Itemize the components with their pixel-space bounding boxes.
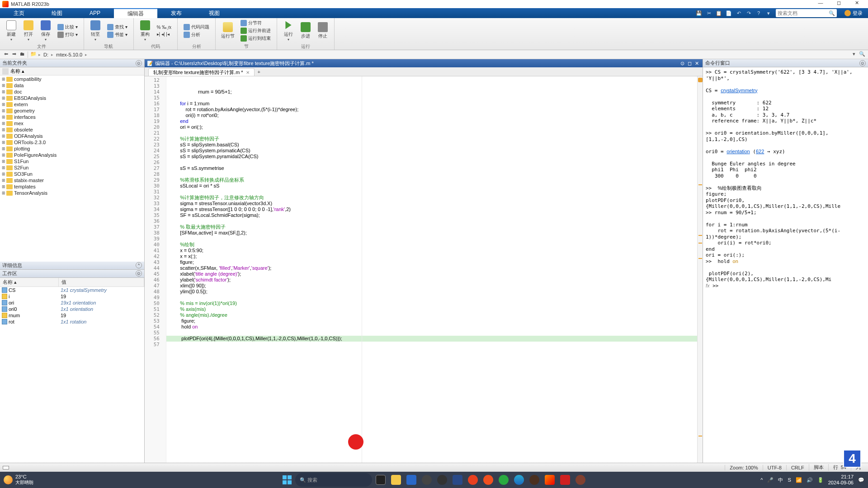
workspace-row[interactable]: i19 bbox=[0, 293, 144, 300]
qa-save-icon[interactable]: 💾 bbox=[694, 8, 704, 18]
analyze-button[interactable]: 分析 bbox=[182, 31, 211, 38]
system-tray[interactable]: ^ 🎤 中 S 📶 🔊 🔋 21:17 2024-09-06 💬 bbox=[760, 474, 864, 486]
folder-item[interactable]: ⊞templates bbox=[0, 183, 144, 190]
tab-apps[interactable]: APP bbox=[76, 8, 114, 18]
close-button[interactable]: ✕ bbox=[848, 0, 866, 8]
qa-cut-icon[interactable]: ✂ bbox=[704, 8, 714, 18]
tray-ime-icon[interactable]: 中 bbox=[778, 477, 783, 483]
folder-item[interactable]: ⊞mex bbox=[0, 120, 144, 127]
taskbar-search[interactable]: 🔍 搜索 bbox=[295, 473, 372, 487]
folder-item[interactable]: ⊞S2Fun bbox=[0, 164, 144, 171]
folder-item[interactable]: ⊞plotting bbox=[0, 145, 144, 152]
workspace-table[interactable]: 名称 ▴ 值 CS1x1 crystalSymmetryi19ori19x1 o… bbox=[0, 278, 144, 463]
addr-search-icon[interactable]: 🔍 bbox=[858, 51, 866, 58]
code-tools-2[interactable]: ▸| ◂| |◂ bbox=[156, 31, 173, 37]
start-button[interactable] bbox=[281, 474, 293, 486]
taskbar-clock[interactable]: 21:17 2024-09-06 bbox=[828, 474, 854, 486]
tab-view[interactable]: 视图 bbox=[195, 8, 233, 18]
maximize-button[interactable]: ◻ bbox=[830, 0, 848, 8]
search-icon[interactable]: 🔍 bbox=[829, 10, 835, 16]
nav-up-icon[interactable]: 🖿 bbox=[18, 51, 26, 58]
folder-item[interactable]: ⊞compatibility bbox=[0, 76, 144, 82]
sectionbreak-button[interactable]: 分节符 bbox=[239, 19, 272, 27]
tray-mic-icon[interactable]: 🎤 bbox=[767, 477, 774, 483]
currentfolder-menu-icon[interactable]: ⊙ bbox=[136, 60, 142, 66]
folder-item[interactable]: ⊞geometry bbox=[0, 108, 144, 114]
save-button[interactable]: 保存▾ bbox=[37, 19, 54, 42]
folder-item[interactable]: ⊞SO3Fun bbox=[0, 171, 144, 177]
editor-max-icon[interactable]: ◻ bbox=[686, 61, 693, 66]
wechat-icon[interactable] bbox=[497, 473, 510, 487]
tab-add-button[interactable]: + bbox=[255, 67, 264, 76]
folder-item[interactable]: ⊞TensorAnalysis bbox=[0, 190, 144, 196]
warning-indicator-icon[interactable] bbox=[698, 78, 703, 82]
qa-paste-icon[interactable]: 📄 bbox=[724, 8, 734, 18]
message-bar[interactable] bbox=[697, 76, 703, 463]
step-button[interactable]: 步进 bbox=[297, 21, 314, 40]
goto-button[interactable]: 转至▾ bbox=[87, 19, 104, 42]
workspace-row[interactable]: CS1x1 crystalSymmetry bbox=[0, 287, 144, 293]
pdf-icon[interactable] bbox=[558, 473, 572, 487]
tab-publish[interactable]: 发布 bbox=[157, 8, 195, 18]
folder-icon[interactable]: 📁 bbox=[29, 51, 38, 58]
bookmark-button[interactable]: 书签 ▾ bbox=[106, 31, 129, 38]
app-icon-4[interactable] bbox=[528, 473, 541, 487]
open-button[interactable]: 打开▾ bbox=[20, 19, 37, 42]
currentfolder-colheader[interactable]: 名称 ▴ bbox=[0, 67, 144, 75]
edge-icon[interactable] bbox=[512, 473, 526, 487]
tab-close-icon[interactable]: ✕ bbox=[246, 70, 250, 75]
folder-item[interactable]: ⊞ODFAnalysis bbox=[0, 133, 144, 139]
folder-item[interactable]: ⊞interfaces bbox=[0, 114, 144, 120]
find-button[interactable]: 查找 ▾ bbox=[106, 23, 129, 31]
analyzer-button[interactable]: 代码问题 bbox=[182, 23, 211, 31]
tray-wifi-icon[interactable]: 📶 bbox=[796, 477, 802, 483]
crumb-folder[interactable]: mtex-5.10.0 bbox=[54, 52, 84, 57]
nav-fwd-icon[interactable]: ➡ bbox=[10, 51, 18, 58]
qa-undo-icon[interactable]: ↶ bbox=[734, 8, 744, 18]
workspace-row[interactable]: ori01x1 orientation bbox=[0, 306, 144, 312]
folder-item[interactable]: ⊞stabix-master bbox=[0, 177, 144, 183]
workspace-row[interactable]: rnum19 bbox=[0, 312, 144, 319]
refactor-button[interactable]: 重构▾ bbox=[137, 19, 154, 42]
folder-item[interactable]: ⊞doc bbox=[0, 89, 144, 95]
doc-search[interactable]: 🔍 bbox=[776, 9, 837, 17]
nav-back-icon[interactable]: ⬅ bbox=[2, 51, 10, 58]
tray-battery-icon[interactable]: 🔋 bbox=[817, 477, 824, 483]
settings-icon[interactable] bbox=[420, 473, 434, 487]
folder-item[interactable]: ⊞data bbox=[0, 82, 144, 89]
cmdwin-menu-icon[interactable]: ⊙ bbox=[859, 60, 866, 66]
stop-button[interactable]: 停止 bbox=[314, 21, 331, 40]
addr-dropdown-icon[interactable]: ▾ bbox=[850, 51, 858, 58]
taskbar-weather[interactable]: 23°C 大部晴朗 bbox=[4, 474, 33, 486]
qa-more-icon[interactable]: ▾ bbox=[764, 8, 774, 18]
taskview-icon[interactable] bbox=[374, 473, 387, 487]
workspace-menu-icon[interactable]: ⊙ bbox=[136, 270, 142, 277]
explorer-icon[interactable] bbox=[389, 473, 403, 487]
runadvance-button[interactable]: 运行并前进 bbox=[239, 27, 272, 34]
qa-redo-icon[interactable]: ↷ bbox=[744, 8, 754, 18]
code-area[interactable]: 12 13 14 15 16 17 18 19 20 21 22 23 24 2… bbox=[145, 76, 703, 463]
runsection-button[interactable]: 运行节 bbox=[218, 21, 237, 40]
tray-volume-icon[interactable]: 🔊 bbox=[807, 477, 813, 483]
app-icon-2[interactable] bbox=[466, 473, 480, 487]
run-button[interactable]: 运行▾ bbox=[280, 19, 297, 42]
tab-editor[interactable]: 编辑器 bbox=[114, 8, 157, 18]
folder-item[interactable]: ⊞PoleFigureAnalysis bbox=[0, 152, 144, 158]
app-icon-5[interactable] bbox=[574, 473, 587, 487]
print-button[interactable]: 打印 ▾ bbox=[56, 31, 79, 38]
runtoend-button[interactable]: 运行到结束 bbox=[239, 35, 272, 42]
calculator-icon[interactable] bbox=[451, 473, 464, 487]
tray-chevron-icon[interactable]: ^ bbox=[760, 477, 763, 483]
tab-plots[interactable]: 绘图 bbox=[38, 8, 76, 18]
notifications-icon[interactable]: 💬 bbox=[858, 477, 864, 483]
login-button[interactable]: 登录 bbox=[839, 8, 868, 18]
qa-help-icon[interactable]: ? bbox=[754, 8, 764, 18]
matlab-taskbar-icon[interactable] bbox=[543, 473, 557, 487]
app-icon-3[interactable] bbox=[481, 473, 495, 487]
folder-item[interactable]: ⊞obsolete bbox=[0, 127, 144, 133]
folder-item[interactable]: ⊞extern bbox=[0, 101, 144, 108]
workspace-row[interactable]: ori19x1 orientation bbox=[0, 300, 144, 306]
code-tools-1[interactable]: % ‰ 𝑓x bbox=[156, 24, 173, 31]
editor-close-icon[interactable]: ✕ bbox=[693, 61, 700, 66]
details-toggle-icon[interactable]: ^ bbox=[136, 262, 142, 268]
